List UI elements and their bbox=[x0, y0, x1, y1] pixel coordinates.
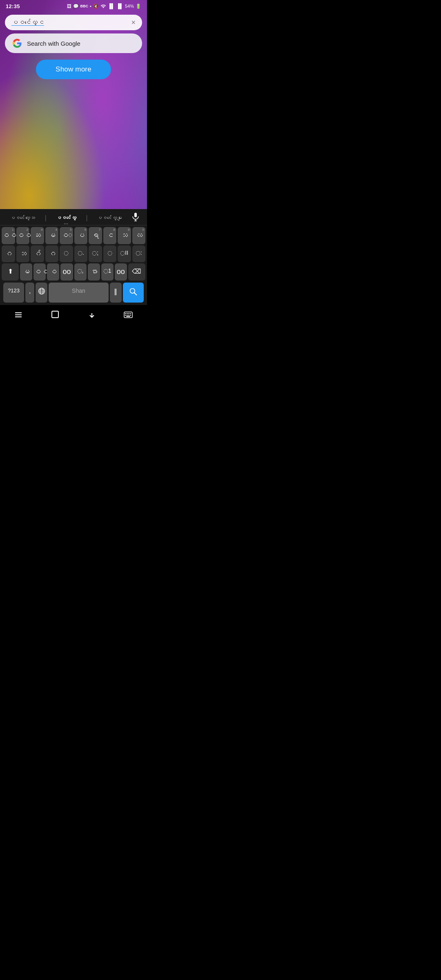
language-selector-row: ပဝင်လှေ့သေ | ပဝင်လှေ့ | ပဝင်လှေ့မျး bbox=[0, 209, 147, 225]
keyboard-bottom-row: ?123 , Shan ‖ bbox=[2, 282, 145, 304]
key-pa[interactable]: 9ပ bbox=[74, 227, 88, 244]
shift-key[interactable]: ⬆ bbox=[2, 263, 19, 281]
microphone-button[interactable] bbox=[132, 212, 139, 223]
key-aa[interactable]: ဂာ bbox=[88, 263, 100, 281]
keyboard-toggle-button[interactable] bbox=[116, 309, 141, 322]
google-suggestion[interactable]: Search with Google bbox=[5, 33, 142, 53]
space-key[interactable]: Shan bbox=[49, 283, 108, 303]
key-oo3[interactable]: ဝဝ bbox=[33, 263, 46, 281]
status-icons: 🖼 💬 BBC • 🔇 ▐▌ ▐▌ 54% 🔋 bbox=[67, 3, 141, 9]
keyboard-rows: 1ဝဝ 2ဝဝ 4ဆ 4မ 5ဝ◌ 9ပ 7ရ 8င 8သ 0လ ဂေ ဘ ဂ်… bbox=[0, 225, 147, 305]
back-button[interactable] bbox=[80, 309, 104, 322]
key-dot4[interactable]: ◌II bbox=[118, 245, 131, 263]
key-wa2[interactable]: ဝ bbox=[47, 263, 59, 281]
key-sa[interactable]: 4ဆ bbox=[31, 227, 44, 244]
key-wa[interactable]: 5ဝ◌ bbox=[60, 227, 73, 244]
svg-rect-13 bbox=[52, 311, 58, 318]
status-bar: 12:35 🖼 💬 BBC • 🔇 ▐▌ ▐▌ 54% 🔋 bbox=[0, 0, 147, 11]
lang-shan-myanmar[interactable]: ပဝင်လှေ့မျး bbox=[95, 214, 125, 222]
key-oo1[interactable]: 1ဝဝ bbox=[2, 227, 15, 244]
comma-key[interactable]: , bbox=[25, 283, 34, 303]
lang-divider-1: | bbox=[45, 214, 47, 222]
home-button[interactable] bbox=[42, 308, 68, 323]
key-mha[interactable]: မ bbox=[20, 263, 32, 281]
backspace-key[interactable]: ⌫ bbox=[128, 263, 145, 281]
signal1-icon: ▐▌ bbox=[108, 3, 115, 9]
key-row-2: ဂေ ဘ ဂ် ဂ ◌ ◌. ◌; ◌ ◌II ◌: bbox=[2, 245, 145, 263]
symbols-key[interactable]: ?123 bbox=[3, 283, 24, 303]
signal2-icon: ▐▌ bbox=[116, 3, 123, 9]
status-time: 12:35 bbox=[6, 3, 20, 9]
mute-icon: 🔇 bbox=[93, 4, 99, 9]
search-bar[interactable]: ပဝင်လှေ့င × bbox=[5, 15, 142, 30]
key-ga-e[interactable]: ဂေ bbox=[2, 245, 15, 263]
news-icon: BBC bbox=[80, 4, 89, 8]
battery-percent: 54% bbox=[125, 4, 134, 9]
google-search-label: Search with Google bbox=[27, 40, 80, 47]
svg-line-9 bbox=[134, 293, 137, 295]
key-la[interactable]: 0လ bbox=[132, 227, 146, 244]
key-ga-dot[interactable]: ဂ် bbox=[31, 245, 44, 263]
lang-shan[interactable]: ပဝင်လှေ့ bbox=[54, 214, 79, 222]
search-input[interactable]: ပဝင်လှေ့င bbox=[11, 19, 128, 26]
key-row-3: ⬆ မ ဝဝ ဝ oo ◌, ဂာ ◌1 oo ⌫ bbox=[2, 263, 145, 281]
battery-icon: 🔋 bbox=[136, 4, 141, 9]
key-one[interactable]: ◌1 bbox=[101, 263, 114, 281]
key-row-1: 1ဝဝ 2ဝဝ 4ဆ 4မ 5ဝ◌ 9ပ 7ရ 8င 8သ 0လ bbox=[2, 227, 145, 244]
recent-apps-button[interactable] bbox=[6, 309, 31, 322]
key-ma[interactable]: 4မ bbox=[45, 227, 59, 244]
key-nge[interactable]: ◌ bbox=[60, 245, 73, 263]
key-bha[interactable]: ဘ bbox=[16, 245, 30, 263]
key-tha[interactable]: 8သ bbox=[118, 227, 131, 244]
lang-divider-2: | bbox=[86, 214, 87, 222]
globe-key[interactable] bbox=[36, 283, 47, 303]
key-dot1[interactable]: ◌. bbox=[74, 245, 88, 263]
search-bar-container: ပဝင်လှေ့င × bbox=[5, 15, 142, 30]
message-icon: 💬 bbox=[73, 4, 79, 9]
wifi-icon bbox=[100, 3, 106, 9]
key-dot5[interactable]: ◌: bbox=[132, 245, 146, 263]
search-key[interactable] bbox=[123, 283, 144, 303]
key-oo5[interactable]: oo bbox=[115, 263, 127, 281]
search-clear-button[interactable]: × bbox=[131, 19, 136, 26]
key-dot2[interactable]: ◌; bbox=[89, 245, 102, 263]
key-dot3[interactable]: ◌ bbox=[103, 245, 117, 263]
navigation-bar bbox=[0, 305, 147, 327]
key-oo2[interactable]: 2ဝဝ bbox=[16, 227, 30, 244]
svg-rect-0 bbox=[134, 213, 137, 217]
photo-icon: 🖼 bbox=[67, 4, 71, 9]
key-nga[interactable]: 8င bbox=[103, 227, 117, 244]
keyboard: ပဝင်လှေ့သေ | ပဝင်လှေ့ | ပဝင်လှေ့မျး 1ဝဝ … bbox=[0, 209, 147, 327]
key-comma2[interactable]: ◌, bbox=[74, 263, 87, 281]
dot-icon: • bbox=[90, 4, 91, 9]
key-ga[interactable]: ဂ bbox=[45, 245, 59, 263]
key-oo4[interactable]: oo bbox=[60, 263, 73, 281]
google-logo-icon bbox=[12, 38, 22, 48]
key-ra[interactable]: 7ရ bbox=[89, 227, 102, 244]
pause-key[interactable]: ‖ bbox=[110, 283, 122, 303]
lang-shan-voice[interactable]: ပဝင်လှေ့သေ bbox=[8, 214, 38, 222]
show-more-button[interactable]: Show more bbox=[36, 60, 111, 79]
